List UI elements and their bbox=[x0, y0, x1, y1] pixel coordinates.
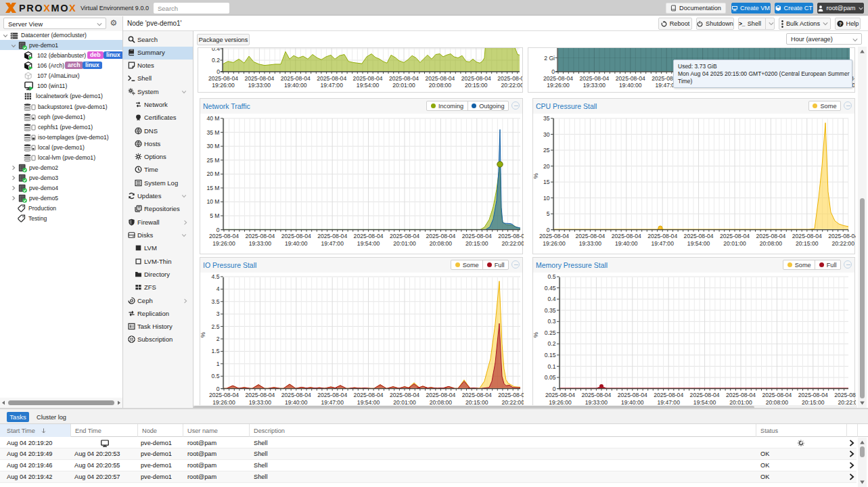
svg-text:2025-08-04: 2025-08-04 bbox=[545, 392, 575, 398]
svg-text:2025-08-04: 2025-08-04 bbox=[762, 392, 792, 398]
svg-text:4.5: 4.5 bbox=[212, 273, 220, 280]
svg-text:4: 4 bbox=[216, 285, 220, 292]
svg-text:3: 3 bbox=[216, 310, 220, 317]
svg-text:2025-08-04: 2025-08-04 bbox=[498, 392, 524, 398]
svg-text:19:26:00: 19:26:00 bbox=[212, 240, 235, 247]
svg-text:2025-08-04: 2025-08-04 bbox=[581, 392, 611, 398]
svg-text:2025-08-04: 2025-08-04 bbox=[317, 392, 347, 398]
svg-text:2025-08-04: 2025-08-04 bbox=[426, 233, 455, 239]
svg-text:19:40:00: 19:40:00 bbox=[284, 82, 307, 89]
svg-text:0: 0 bbox=[216, 68, 220, 75]
svg-text:0.45: 0.45 bbox=[545, 285, 556, 292]
svg-text:0.25: 0.25 bbox=[545, 329, 556, 336]
svg-text:19:26:00: 19:26:00 bbox=[212, 82, 235, 89]
svg-text:20:08:00: 20:08:00 bbox=[429, 82, 452, 89]
svg-text:10: 10 bbox=[543, 195, 550, 202]
svg-text:19:54:00: 19:54:00 bbox=[357, 82, 380, 89]
svg-text:0.2: 0.2 bbox=[212, 57, 220, 64]
svg-text:2: 2 bbox=[216, 335, 220, 342]
svg-text:2025-08-04: 2025-08-04 bbox=[684, 233, 714, 239]
svg-text:0.15: 0.15 bbox=[545, 352, 556, 358]
svg-text:2025-08-04: 2025-08-04 bbox=[245, 233, 275, 239]
svg-text:20:15:00: 20:15:00 bbox=[796, 240, 819, 247]
svg-text:19:47:00: 19:47:00 bbox=[651, 240, 674, 247]
svg-text:20:01:00: 20:01:00 bbox=[393, 240, 416, 247]
svg-text:30: 30 bbox=[543, 131, 550, 138]
svg-text:3.5: 3.5 bbox=[212, 298, 220, 305]
svg-text:2025-08-04: 2025-08-04 bbox=[654, 392, 683, 398]
svg-text:15: 15 bbox=[543, 179, 550, 185]
svg-text:2025-08-04: 2025-08-04 bbox=[834, 392, 856, 398]
svg-text:20 M: 20 M bbox=[206, 170, 219, 177]
svg-text:2025-08-04: 2025-08-04 bbox=[426, 392, 455, 398]
svg-text:2025-08-04: 2025-08-04 bbox=[726, 392, 756, 398]
svg-text:40 M: 40 M bbox=[206, 115, 219, 122]
svg-text:20:01:00: 20:01:00 bbox=[392, 82, 415, 89]
svg-text:20:22:00: 20:22:00 bbox=[831, 240, 854, 247]
svg-text:2025-08-04: 2025-08-04 bbox=[539, 233, 569, 239]
svg-text:2025-08-04: 2025-08-04 bbox=[690, 392, 720, 398]
svg-text:20:15:00: 20:15:00 bbox=[465, 240, 488, 247]
svg-text:2025-08-04: 2025-08-04 bbox=[317, 233, 347, 239]
svg-text:20:08:00: 20:08:00 bbox=[760, 240, 783, 247]
svg-text:19:33:00: 19:33:00 bbox=[583, 82, 606, 89]
svg-text:0.4: 0.4 bbox=[548, 296, 556, 302]
svg-text:2025-08-04: 2025-08-04 bbox=[647, 233, 677, 239]
svg-text:19:26:00: 19:26:00 bbox=[547, 82, 570, 89]
svg-text:2025-08-04: 2025-08-04 bbox=[612, 233, 641, 239]
svg-text:20:08:00: 20:08:00 bbox=[430, 240, 453, 247]
svg-text:10 M: 10 M bbox=[206, 198, 219, 205]
svg-text:0.2: 0.2 bbox=[548, 340, 556, 347]
svg-text:35 M: 35 M bbox=[206, 129, 219, 136]
svg-text:20: 20 bbox=[543, 163, 550, 170]
svg-text:19:40:00: 19:40:00 bbox=[619, 82, 642, 89]
svg-text:20:01:00: 20:01:00 bbox=[723, 240, 746, 247]
svg-text:2025-08-04: 2025-08-04 bbox=[498, 233, 524, 239]
svg-text:2025-08-04: 2025-08-04 bbox=[462, 233, 492, 239]
svg-text:0.3: 0.3 bbox=[548, 318, 556, 325]
svg-text:19:26:00: 19:26:00 bbox=[543, 240, 566, 247]
svg-text:2025-08-04: 2025-08-04 bbox=[390, 392, 419, 398]
svg-text:0: 0 bbox=[547, 227, 550, 233]
svg-text:19:40:00: 19:40:00 bbox=[285, 240, 308, 247]
svg-text:20:22:00: 20:22:00 bbox=[501, 82, 522, 89]
svg-text:2025-08-04: 2025-08-04 bbox=[209, 233, 239, 239]
svg-text:%: % bbox=[533, 331, 539, 338]
svg-text:2025-08-04: 2025-08-04 bbox=[245, 392, 275, 398]
svg-text:1.5: 1.5 bbox=[212, 348, 220, 354]
svg-text:20:15:00: 20:15:00 bbox=[465, 82, 488, 89]
svg-text:2 Gi: 2 Gi bbox=[544, 55, 555, 62]
svg-text:0.35: 0.35 bbox=[545, 307, 556, 314]
svg-text:30 M: 30 M bbox=[206, 143, 219, 149]
svg-text:2025-08-04: 2025-08-04 bbox=[792, 233, 822, 239]
svg-text:19:33:00: 19:33:00 bbox=[249, 240, 272, 247]
svg-text:0.4: 0.4 bbox=[212, 48, 220, 52]
svg-text:0.5: 0.5 bbox=[548, 273, 556, 280]
svg-text:2025-08-04: 2025-08-04 bbox=[575, 233, 605, 239]
svg-text:0: 0 bbox=[216, 386, 220, 392]
svg-text:2025-08-04: 2025-08-04 bbox=[720, 233, 750, 239]
svg-text:25 M: 25 M bbox=[206, 157, 219, 164]
svg-text:2025-08-04: 2025-08-04 bbox=[281, 392, 311, 398]
svg-text:2025-08-04: 2025-08-04 bbox=[281, 233, 311, 239]
svg-text:2.5: 2.5 bbox=[212, 323, 220, 330]
svg-text:35: 35 bbox=[543, 115, 550, 122]
svg-text:0: 0 bbox=[216, 227, 220, 233]
svg-text:15 M: 15 M bbox=[206, 185, 219, 191]
svg-text:%: % bbox=[533, 172, 539, 179]
svg-text:19:40:00: 19:40:00 bbox=[615, 240, 638, 247]
svg-text:25: 25 bbox=[543, 147, 550, 154]
svg-text:2025-08-04: 2025-08-04 bbox=[354, 392, 384, 398]
svg-text:19:54:00: 19:54:00 bbox=[357, 240, 380, 247]
svg-text:19:47:00: 19:47:00 bbox=[320, 82, 343, 89]
svg-text:2025-08-04: 2025-08-04 bbox=[354, 233, 384, 239]
svg-text:0.5: 0.5 bbox=[212, 373, 220, 379]
svg-text:0: 0 bbox=[551, 68, 555, 75]
svg-text:%: % bbox=[200, 331, 206, 338]
svg-text:2025-08-04: 2025-08-04 bbox=[462, 392, 492, 398]
svg-text:0.1: 0.1 bbox=[548, 363, 556, 370]
svg-text:1: 1 bbox=[216, 361, 220, 367]
svg-text:19:47:00: 19:47:00 bbox=[321, 240, 344, 247]
svg-text:0.05: 0.05 bbox=[545, 374, 556, 381]
svg-text:5: 5 bbox=[547, 210, 550, 217]
